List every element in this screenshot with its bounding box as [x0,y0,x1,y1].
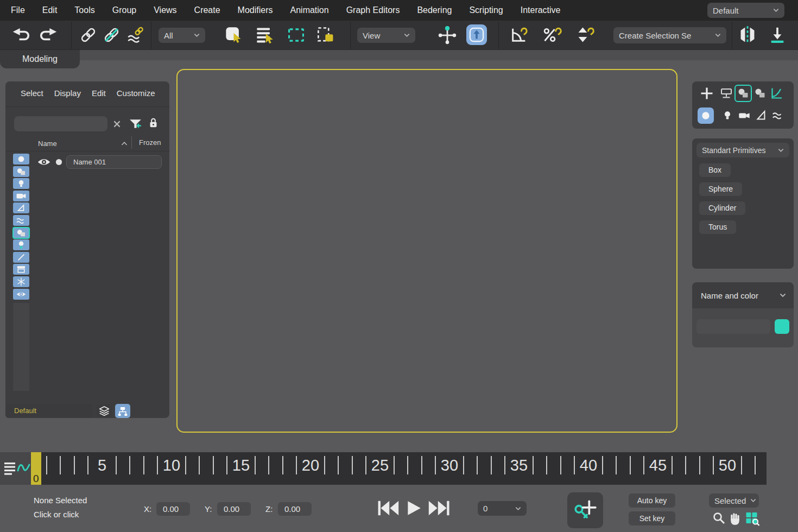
menu-graph-editors[interactable]: Graph Editors [346,5,400,15]
select-and-place-button[interactable] [466,24,487,45]
column-header-name[interactable]: Name [38,140,57,148]
menu-edit[interactable]: Edit [42,5,58,15]
ruler-tick [116,456,117,474]
object-color-swatch[interactable] [775,319,789,334]
filter-cameras-icon[interactable] [13,191,29,201]
menu-bedering[interactable]: Bedering [417,5,452,15]
viewport[interactable] [176,69,677,433]
row-status-dot-icon[interactable] [55,159,62,166]
auto-key-button[interactable]: Auto key [629,493,675,508]
unlink-icon[interactable] [104,27,119,43]
filter-space-warps-icon[interactable] [13,215,29,226]
explorer-menu-display[interactable]: Display [54,88,81,98]
filter-lights-icon[interactable] [13,178,29,189]
filter-geometry-and-shapes-icon[interactable] [13,227,29,238]
primitive-torus-button[interactable]: Torus [699,220,736,234]
object-name-field[interactable]: Name 001 [66,155,162,169]
shapes-tab-icon-active[interactable] [736,86,750,100]
filter-bones-icon[interactable] [13,239,29,250]
set-keys-button[interactable] [567,492,603,528]
space-warps-waves-icon[interactable] [770,107,786,124]
category-geometry-button[interactable] [698,107,714,124]
menu-views[interactable]: Views [154,5,176,15]
object-name-input[interactable] [696,319,770,334]
lights-bulb-icon[interactable] [719,107,736,124]
systems-tab-icon[interactable] [719,86,733,100]
timeline-playhead[interactable]: 0 [31,452,41,485]
z-coordinate-field[interactable] [278,502,312,516]
cameras-camera-icon[interactable] [736,107,752,124]
helpers-triangle-icon[interactable] [753,107,769,124]
create-tab-icon[interactable] [700,86,714,100]
filter-splines-icon[interactable] [13,252,29,263]
menu-group[interactable]: Group [112,5,136,15]
filter-geometry-icon[interactable] [13,154,29,164]
tab-modeling[interactable]: Modeling [0,50,80,68]
menu-scripting[interactable]: Scripting [469,5,503,15]
key-filter-selected-dropdown[interactable]: Selected [709,493,759,508]
frame-number-dropdown[interactable]: 0 [478,501,527,516]
play-icon[interactable] [405,499,422,517]
active-layer-field[interactable]: Default [5,404,92,418]
rectangular-selection-region-icon[interactable] [287,27,305,43]
pan-hand-icon[interactable] [729,511,742,525]
select-object-icon[interactable] [225,26,243,44]
utilities-tab-icon[interactable] [770,86,784,100]
menu-modifiers[interactable]: Modifiers [238,5,273,15]
select-by-name-icon[interactable] [256,26,274,44]
primitive-sphere-button[interactable]: Sphere [699,182,742,196]
primitive-box-button[interactable]: Box [699,163,731,177]
filter-containers-icon[interactable] [13,264,29,275]
menu-animation[interactable]: Animation [290,5,329,15]
search-input[interactable] [14,116,107,131]
filter-funnel-icon[interactable] [129,118,142,130]
angle-snap-icon[interactable] [510,26,528,43]
explorer-menu-customize[interactable]: Customize [117,88,155,98]
set-key-button[interactable]: Set key [629,511,675,525]
workspace-selector[interactable]: Default [707,3,784,18]
column-header-frozen[interactable]: Frozen [139,138,161,147]
mirror-icon[interactable] [738,25,757,45]
shapes-tab-icon[interactable] [753,86,767,100]
primitive-cylinder-button[interactable]: Cylinder [699,201,745,215]
link-icon[interactable] [80,27,96,43]
select-and-move-icon[interactable] [438,26,457,45]
ruler-tick [324,456,325,474]
explorer-menu-select[interactable]: Select [21,88,43,98]
filter-frozen-icon[interactable] [13,276,29,287]
spinner-snap-icon[interactable] [576,26,594,43]
layers-button[interactable] [97,404,112,418]
rollout-name-and-color[interactable]: Name and color [692,282,794,308]
undo-icon[interactable] [12,28,33,43]
filter-hidden-icon[interactable] [13,289,29,300]
menu-tools[interactable]: Tools [74,5,94,15]
scene-hierarchy-button[interactable] [115,404,130,418]
visibility-eye-icon[interactable] [37,158,51,166]
percent-snap-icon[interactable] [542,26,562,43]
selection-filter-dropdown[interactable]: All [159,28,205,43]
sort-caret-up-icon[interactable] [121,141,128,146]
named-selection-sets-dropdown[interactable]: Create Selection Se [613,27,726,43]
filter-helpers-icon[interactable] [13,202,29,213]
reference-coordinate-dropdown[interactable]: View [357,28,415,43]
x-coordinate-field[interactable] [156,502,190,516]
y-coordinate-field[interactable] [217,502,251,516]
timeline-ruler[interactable]: 5101520253035404550 [0,452,767,485]
timeline-bar[interactable]: 5101520253035404550 0 [0,452,767,485]
window-crossing-icon[interactable] [317,26,335,44]
explorer-menu-edit[interactable]: Edit [92,88,106,98]
bind-to-space-warp-icon[interactable] [127,27,144,43]
align-icon[interactable] [769,26,786,44]
primitive-category-dropdown[interactable]: Standart Primitives [696,143,789,157]
menu-interactive[interactable]: Interactive [521,5,561,15]
next-frame-icon[interactable] [427,499,451,517]
menu-file[interactable]: File [11,5,25,15]
lock-icon[interactable] [149,117,158,129]
filter-shapes-icon[interactable] [13,166,29,177]
redo-icon[interactable] [37,28,58,43]
previous-frame-icon[interactable] [377,499,401,517]
clear-search-icon[interactable] [112,119,122,129]
menu-create[interactable]: Create [194,5,220,15]
zoom-region-icon[interactable] [745,511,760,526]
zoom-magnifier-icon[interactable] [712,511,725,525]
